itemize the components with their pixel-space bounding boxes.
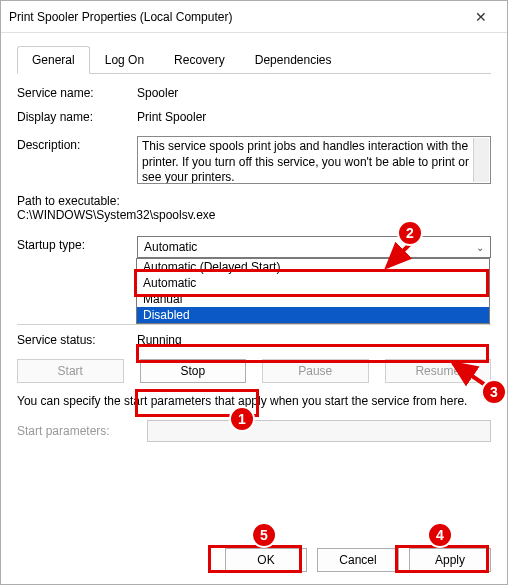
pause-button: Pause — [262, 359, 369, 383]
tab-log-on[interactable]: Log On — [90, 46, 159, 74]
description-box[interactable]: This service spools print jobs and handl… — [137, 136, 491, 184]
badge-5: 5 — [251, 522, 277, 548]
close-button[interactable]: ✕ — [463, 3, 499, 31]
description-text: This service spools print jobs and handl… — [142, 139, 469, 184]
badge-4: 4 — [427, 522, 453, 548]
startup-type-select[interactable]: Automatic ⌄ Automatic (Delayed Start) Au… — [137, 236, 491, 258]
value-display-name: Print Spooler — [137, 108, 491, 126]
titlebar: Print Spooler Properties (Local Computer… — [1, 1, 507, 33]
label-display-name: Display name: — [17, 108, 137, 126]
tabs: General Log On Recovery Dependencies — [17, 45, 491, 74]
window-title: Print Spooler Properties (Local Computer… — [9, 10, 463, 24]
startup-type-value: Automatic — [144, 240, 197, 254]
label-startup-type: Startup type: — [17, 236, 137, 254]
tab-recovery[interactable]: Recovery — [159, 46, 240, 74]
apply-button[interactable]: Apply — [409, 548, 491, 572]
resume-button: Resume — [385, 359, 492, 383]
start-parameters-note: You can specify the start parameters tha… — [17, 393, 491, 410]
startup-type-dropdown: Automatic (Delayed Start) Automatic Manu… — [136, 258, 490, 324]
dialog-buttons: OK Cancel Apply — [225, 548, 491, 572]
chevron-down-icon: ⌄ — [476, 242, 484, 253]
startup-type-box[interactable]: Automatic ⌄ — [137, 236, 491, 258]
close-icon: ✕ — [475, 9, 487, 25]
label-description: Description: — [17, 136, 137, 154]
start-button: Start — [17, 359, 124, 383]
startup-option[interactable]: Automatic (Delayed Start) — [137, 259, 489, 275]
label-service-status: Service status: — [17, 331, 137, 349]
divider — [17, 324, 491, 325]
value-service-name: Spooler — [137, 84, 491, 102]
label-path: Path to executable: — [17, 194, 491, 208]
label-service-name: Service name: — [17, 84, 137, 102]
service-buttons: Start Stop Pause Resume — [17, 359, 491, 383]
ok-button[interactable]: OK — [225, 548, 307, 572]
startup-option[interactable]: Automatic — [137, 275, 489, 291]
stop-button[interactable]: Stop — [140, 359, 247, 383]
tab-general[interactable]: General — [17, 46, 90, 74]
startup-option[interactable]: Manual — [137, 291, 489, 307]
dialog-window: Print Spooler Properties (Local Computer… — [0, 0, 508, 585]
startup-option-disabled[interactable]: Disabled — [137, 307, 489, 323]
cancel-button[interactable]: Cancel — [317, 548, 399, 572]
dialog-body: General Log On Recovery Dependencies Ser… — [1, 33, 507, 442]
tab-dependencies[interactable]: Dependencies — [240, 46, 347, 74]
value-path: C:\WINDOWS\System32\spoolsv.exe — [17, 208, 491, 222]
label-start-parameters: Start parameters: — [17, 424, 147, 438]
start-parameters-input — [147, 420, 491, 442]
value-service-status: Running — [137, 331, 491, 349]
